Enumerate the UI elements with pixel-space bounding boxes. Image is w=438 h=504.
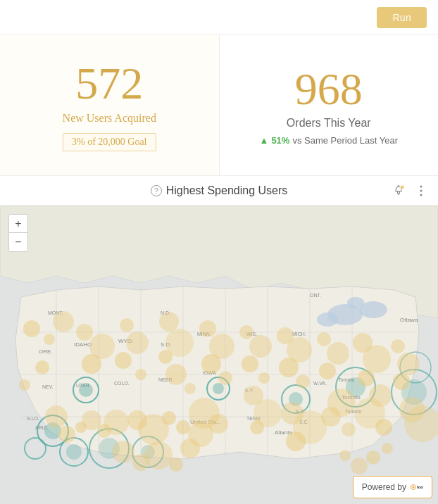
map-header: ? Highest Spending Users xyxy=(0,176,438,206)
svg-point-76 xyxy=(19,379,30,391)
svg-point-86 xyxy=(158,350,173,364)
zoom-in-button[interactable]: + xyxy=(9,215,27,233)
svg-text:MICH.: MICH. xyxy=(292,332,306,336)
svg-point-77 xyxy=(76,324,93,341)
orders-trend: ▲ 51% vs Same Period Last Year xyxy=(260,135,399,146)
svg-rect-0 xyxy=(398,191,400,194)
svg-point-110 xyxy=(286,431,306,451)
svg-point-6 xyxy=(420,194,423,196)
svg-point-88 xyxy=(184,383,196,394)
svg-point-112 xyxy=(327,342,349,365)
looker-logo-icon: looker xyxy=(409,480,423,494)
svg-point-89 xyxy=(199,320,216,337)
svg-text:W.VA.: W.VA. xyxy=(313,381,327,386)
map-actions xyxy=(390,182,430,199)
svg-point-92 xyxy=(218,371,232,385)
svg-point-132 xyxy=(45,405,68,428)
svg-point-144 xyxy=(169,458,183,472)
svg-point-4 xyxy=(420,185,423,187)
users-goal: 3% of 20,000 Goal xyxy=(63,133,156,151)
svg-point-131 xyxy=(382,443,393,454)
svg-point-73 xyxy=(44,334,55,345)
info-icon[interactable]: ? xyxy=(151,185,162,196)
users-label: New Users Acquired xyxy=(63,112,156,125)
run-button[interactable]: Run xyxy=(377,7,427,28)
svg-point-115 xyxy=(321,407,341,427)
orders-label: Orders This Year xyxy=(287,117,371,130)
svg-point-23 xyxy=(347,297,364,308)
metrics-row: 572 New Users Acquired 3% of 20,000 Goal… xyxy=(0,35,438,176)
trend-percent: 51% xyxy=(271,135,289,146)
svg-text:ORE.: ORE. xyxy=(39,348,53,355)
svg-point-118 xyxy=(363,345,391,373)
svg-point-74 xyxy=(53,311,74,332)
svg-point-53 xyxy=(79,383,93,397)
map-title: Highest Spending Users xyxy=(166,184,288,197)
svg-text:Ottawa: Ottawa xyxy=(400,317,418,323)
svg-point-133 xyxy=(58,426,75,443)
map-section: ? Highest Spending Users xyxy=(0,176,438,504)
map-svg: ORE. IDAHO WYO. S.D. MINN. WIS. MICH. MO… xyxy=(0,206,438,504)
svg-point-22 xyxy=(317,313,338,327)
svg-point-140 xyxy=(162,411,176,425)
svg-text:looker: looker xyxy=(417,485,423,489)
map-container[interactable]: ORE. IDAHO WYO. S.D. MINN. WIS. MICH. MO… xyxy=(0,206,438,504)
map-title-area: ? Highest Spending Users xyxy=(151,184,288,197)
svg-point-2 xyxy=(400,185,404,189)
svg-point-125 xyxy=(393,373,410,390)
svg-point-147 xyxy=(413,486,415,489)
svg-point-91 xyxy=(201,354,221,374)
svg-text:NEV.: NEV. xyxy=(42,384,54,389)
svg-point-84 xyxy=(159,312,179,332)
svg-point-99 xyxy=(242,355,258,372)
svg-point-137 xyxy=(104,410,129,435)
svg-point-145 xyxy=(180,439,200,458)
svg-point-141 xyxy=(112,441,134,463)
svg-point-5 xyxy=(420,189,423,191)
trend-text: vs Same Period Last Year xyxy=(292,135,398,146)
svg-point-128 xyxy=(339,450,351,461)
svg-point-58 xyxy=(66,444,82,460)
svg-point-100 xyxy=(258,372,270,384)
metric-card-users: 572 New Users Acquired 3% of 20,000 Goal xyxy=(0,35,220,175)
svg-point-96 xyxy=(176,420,190,434)
users-number: 572 xyxy=(75,59,143,108)
metric-card-orders: 968 Orders This Year ▲ 51% vs Same Perio… xyxy=(220,35,439,175)
zoom-out-button[interactable]: − xyxy=(9,233,27,251)
svg-text:COLO.: COLO. xyxy=(114,381,130,386)
powered-by-text: Powered by xyxy=(362,482,406,492)
svg-point-107 xyxy=(296,374,310,389)
svg-text:IDAHO: IDAHO xyxy=(74,341,92,348)
zoom-controls: + − xyxy=(8,214,28,252)
svg-point-87 xyxy=(165,364,187,385)
svg-point-79 xyxy=(82,354,101,374)
svg-point-116 xyxy=(342,422,356,436)
svg-point-130 xyxy=(366,451,380,465)
svg-text:ONT.: ONT. xyxy=(310,293,321,298)
svg-point-119 xyxy=(358,370,375,386)
svg-point-111 xyxy=(317,332,331,346)
trend-arrow: ▲ xyxy=(260,135,269,146)
svg-point-122 xyxy=(375,419,392,436)
svg-point-97 xyxy=(239,325,254,339)
alert-icon[interactable] xyxy=(390,182,407,199)
svg-point-103 xyxy=(250,420,264,434)
svg-point-124 xyxy=(397,353,420,375)
orders-number: 968 xyxy=(295,65,363,114)
svg-point-75 xyxy=(35,360,49,374)
svg-point-129 xyxy=(351,458,368,474)
svg-point-98 xyxy=(249,335,272,358)
svg-point-143 xyxy=(144,441,173,470)
svg-point-81 xyxy=(126,332,149,354)
svg-point-72 xyxy=(23,320,40,337)
powered-by-badge: Powered by looker xyxy=(353,476,432,498)
svg-point-64 xyxy=(213,383,224,394)
svg-point-113 xyxy=(319,363,336,379)
svg-point-80 xyxy=(120,318,134,332)
header-bar: Run xyxy=(0,0,438,35)
svg-point-83 xyxy=(135,369,146,380)
more-options-icon[interactable] xyxy=(413,182,430,199)
svg-point-82 xyxy=(115,352,132,369)
svg-text:S.LO.: S.LO. xyxy=(27,416,39,421)
svg-point-106 xyxy=(279,358,299,377)
